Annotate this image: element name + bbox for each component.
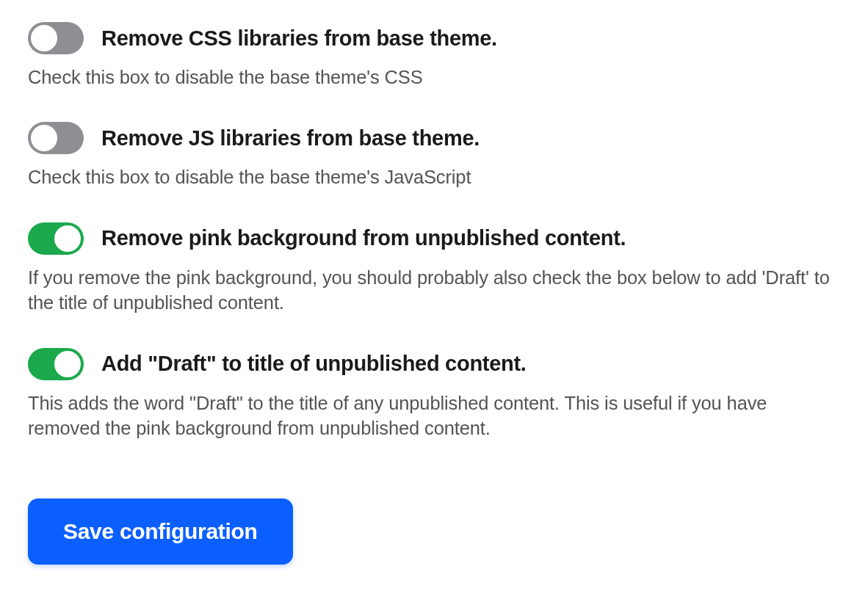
toggle-remove-js[interactable] <box>28 122 84 154</box>
option-header: Remove pink background from unpublished … <box>28 222 840 255</box>
toggle-add-draft[interactable] <box>28 348 84 380</box>
option-remove-js: Remove JS libraries from base theme. Che… <box>28 122 840 189</box>
option-label-remove-css: Remove CSS libraries from base theme. <box>101 26 497 51</box>
toggle-slider <box>28 222 84 255</box>
toggle-remove-pink[interactable] <box>28 222 84 255</box>
option-desc-remove-js: Check this box to disable the base theme… <box>28 164 840 189</box>
toggle-remove-css[interactable] <box>28 22 84 54</box>
toggle-slider <box>28 122 84 154</box>
save-button[interactable]: Save configuration <box>28 498 293 565</box>
option-header: Remove CSS libraries from base theme. <box>28 22 840 54</box>
option-label-add-draft: Add "Draft" to title of unpublished cont… <box>101 352 527 376</box>
option-add-draft: Add "Draft" to title of unpublished cont… <box>28 348 840 441</box>
option-desc-remove-css: Check this box to disable the base theme… <box>28 65 840 90</box>
option-header: Add "Draft" to title of unpublished cont… <box>28 348 840 380</box>
option-remove-pink: Remove pink background from unpublished … <box>28 222 840 316</box>
toggle-slider <box>28 22 84 54</box>
option-remove-css: Remove CSS libraries from base theme. Ch… <box>28 22 840 90</box>
option-label-remove-pink: Remove pink background from unpublished … <box>101 226 626 250</box>
option-label-remove-js: Remove JS libraries from base theme. <box>101 126 480 150</box>
option-desc-remove-pink: If you remove the pink background, you s… <box>28 265 840 316</box>
option-header: Remove JS libraries from base theme. <box>28 122 840 154</box>
option-desc-add-draft: This adds the word "Draft" to the title … <box>28 391 840 441</box>
toggle-slider <box>28 348 84 380</box>
